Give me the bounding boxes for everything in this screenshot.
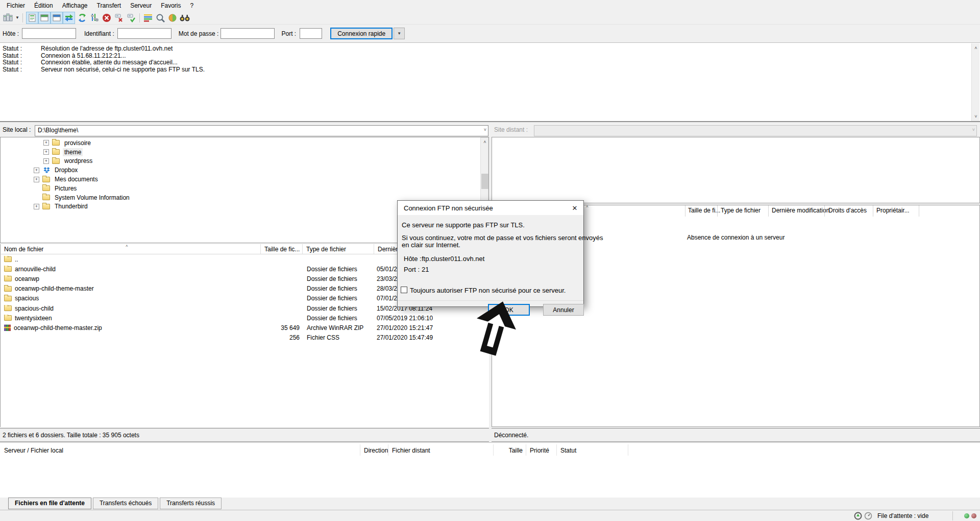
queue-column-local-file[interactable]: Serveur / Fichier local <box>4 447 63 454</box>
chevron-down-icon[interactable]: ˅ <box>484 127 486 132</box>
disconnect-button[interactable] <box>113 12 125 24</box>
cancel-icon <box>102 13 111 22</box>
close-icon[interactable]: ✕ <box>566 201 583 215</box>
site-manager-button[interactable] <box>2 12 14 24</box>
folder-icon <box>4 305 12 311</box>
dialog-title-bar[interactable]: Connexion FTP non sécurisée ✕ <box>398 201 583 215</box>
column-header-size[interactable]: Taille de fic... <box>261 244 303 254</box>
expander-plus-icon[interactable]: + <box>43 149 49 155</box>
local-path-combo[interactable]: D:\Blog\theme\ ˅ <box>35 125 488 136</box>
tree-item-pictures[interactable]: +Pictures <box>1 184 488 193</box>
menu-edition[interactable]: Édition <box>30 1 58 11</box>
toggle-message-log-button[interactable] <box>26 12 38 24</box>
synchronized-browsing-button[interactable] <box>154 12 166 24</box>
menu-affichage[interactable]: Affichage <box>58 1 92 11</box>
file-row-item[interactable]: 256Fichier CSS27/01/2020 15:47:49 <box>1 333 489 343</box>
password-input[interactable] <box>220 28 275 39</box>
menu-serveur[interactable]: Serveur <box>126 1 156 11</box>
queue-column-size[interactable]: Taille <box>495 447 523 454</box>
scrollbar-thumb[interactable] <box>481 174 488 189</box>
remote-column-type[interactable]: Type de fichier <box>721 207 761 214</box>
scroll-down-icon[interactable]: ˅ <box>972 113 980 120</box>
tree-item-provisoire[interactable]: +provisoire <box>1 138 488 148</box>
tab-successful-transfers[interactable]: Transferts réussis <box>160 498 222 509</box>
tree-item-theme[interactable]: +theme <box>1 148 488 157</box>
tree-item-wordpress[interactable]: +wordpress <box>1 157 488 166</box>
directory-comparison-button[interactable] <box>142 12 154 24</box>
search-files-button[interactable] <box>179 12 191 24</box>
remote-column-permissions[interactable]: Droits d'accès <box>828 207 867 214</box>
queue-settings-icon[interactable] <box>854 512 862 520</box>
file-size-cell: 35 649 <box>261 324 303 331</box>
log-scrollbar[interactable]: ˄ ˅ <box>971 43 979 121</box>
file-name-text: twentysixteen <box>15 315 52 322</box>
expander-plus-icon[interactable]: + <box>43 158 49 164</box>
log-line-label: Statut : <box>0 53 41 59</box>
reconnect-button[interactable] <box>125 12 137 24</box>
queue-column-direction[interactable]: Direction <box>364 447 388 454</box>
scroll-up-icon[interactable]: ˄ <box>481 138 489 146</box>
local-status-bar: 2 fichiers et 6 dossiers. Taille totale … <box>0 428 489 442</box>
file-name-cell: oceanwp <box>1 275 261 282</box>
remote-column-owner[interactable]: Propriétair... <box>876 207 910 214</box>
queue-column-remote-file[interactable]: Fichier distant <box>392 447 430 454</box>
host-input[interactable] <box>22 28 76 39</box>
message-log-icon <box>28 14 36 22</box>
folder-icon <box>52 140 60 146</box>
tab-files-queued[interactable]: Fichiers en file d'attente <box>8 498 91 509</box>
expander-plus-icon[interactable]: + <box>43 140 49 146</box>
process-queue-icon <box>168 14 177 22</box>
filter-button[interactable] <box>88 12 101 24</box>
folder-icon <box>42 177 50 182</box>
file-row-twentysixteen[interactable]: twentysixteenDossier de fichiers07/05/20… <box>1 313 489 323</box>
queue-column-priority[interactable]: Priorité <box>530 447 549 454</box>
folder-icon <box>4 286 12 292</box>
menu-transfert[interactable]: Transfert <box>92 1 126 11</box>
toggle-remote-tree-button[interactable] <box>51 12 63 24</box>
log-line-label: Statut : <box>0 66 41 73</box>
remote-column-size[interactable]: Taille de fi... <box>688 207 720 214</box>
quickconnect-button[interactable]: Connexion rapide <box>330 28 393 39</box>
toggle-local-tree-button[interactable] <box>38 12 51 24</box>
tab-failed-transfers[interactable]: Transferts échoués <box>93 498 158 509</box>
toggle-transfer-queue-button[interactable] <box>63 12 75 24</box>
cancel-button[interactable] <box>101 12 113 24</box>
tree-item-label: provisoire <box>63 139 92 147</box>
file-name-text: .. <box>15 256 18 263</box>
dialog-text: en clair sur Internet. <box>402 241 460 249</box>
menu-favoris[interactable]: Favoris <box>156 1 185 11</box>
site-manager-dropdown[interactable]: ▼ <box>14 12 20 24</box>
quickconnect-dropdown[interactable]: ▼ <box>394 28 405 39</box>
tree-item-mes-documents[interactable]: +Mes documents <box>1 175 488 184</box>
menu-fichier[interactable]: Fichier <box>2 1 30 11</box>
queue-tabs: Fichiers en file d'attente Transferts éc… <box>0 498 980 510</box>
menu-item[interactable]: ? <box>186 1 199 11</box>
refresh-button[interactable] <box>76 12 88 24</box>
expander-plus-icon[interactable]: + <box>34 177 39 182</box>
file-row-oceanwp-child-theme-master-zip[interactable]: oceanwp-child-theme-master.zip35 649Arch… <box>1 323 489 333</box>
folder-icon <box>4 315 12 321</box>
speed-limits-icon[interactable] <box>864 512 872 520</box>
toolbar-separator <box>139 13 140 22</box>
log-line-message: Serveur non sécurisé, celui-ci ne suppor… <box>41 66 205 73</box>
file-date-cell: 28/03/2 <box>374 285 397 292</box>
folder-icon <box>42 195 50 200</box>
file-type-cell: Dossier de fichiers <box>303 285 374 292</box>
process-queue-button[interactable] <box>166 12 179 24</box>
tree-item-dropbox[interactable]: +Dropbox <box>1 165 488 175</box>
username-input[interactable] <box>117 28 172 39</box>
expander-plus-icon[interactable]: + <box>34 204 39 209</box>
column-header-name[interactable]: Nom de fichier <box>1 244 261 254</box>
scroll-up-icon[interactable]: ˄ <box>972 44 980 52</box>
queue-column-status[interactable]: Statut <box>560 447 576 454</box>
file-name-cell: oceanwp-child-theme-master.zip <box>1 324 261 331</box>
port-input[interactable] <box>300 28 322 39</box>
column-header-type[interactable]: Type de fichier <box>303 244 374 254</box>
remote-status-text: Déconnecté. <box>494 432 528 439</box>
tree-item-label: Thunderbird <box>53 202 89 210</box>
remote-column-modified[interactable]: Dernière modification <box>772 207 829 214</box>
tree-item-label: System Volume Information <box>53 194 131 202</box>
expander-plus-icon[interactable]: + <box>34 168 39 173</box>
cancel-button[interactable]: Annuler <box>543 304 584 316</box>
always-allow-checkbox[interactable] <box>401 287 407 293</box>
